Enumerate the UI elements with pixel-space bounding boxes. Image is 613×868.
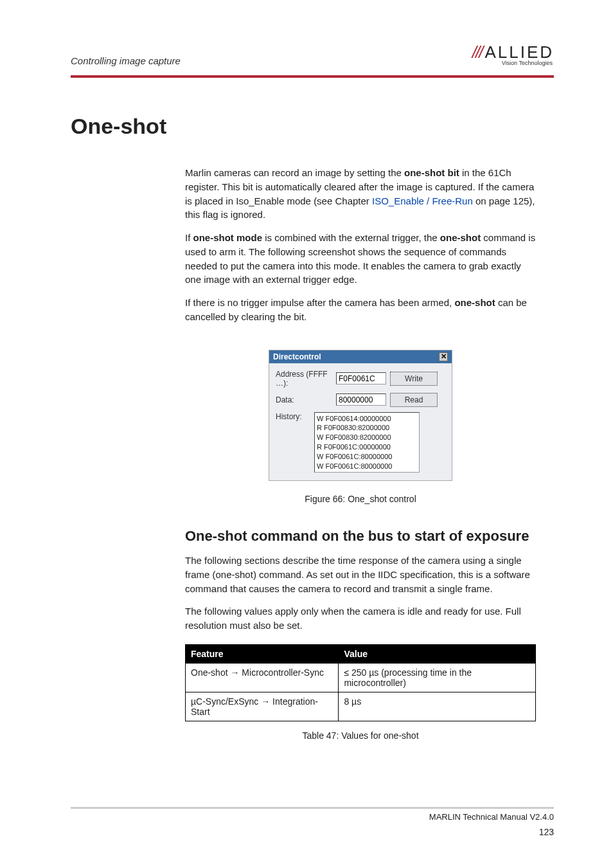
section-heading: One-shot command on the bus to start of … [185,527,536,545]
paragraph: The following sections describe the time… [185,554,536,595]
address-label: Address (FFFF …): [276,370,332,388]
address-input[interactable] [336,372,386,384]
footer-page-number: 123 [539,827,554,837]
paragraph: If there is no trigger impulse after the… [185,296,536,324]
data-input[interactable] [336,393,386,406]
history-label: History: [276,412,310,421]
table-row: µC-Sync/ExSync → Integration-Start 8 µs [186,692,536,721]
logo-text: ALLIED [484,42,554,62]
footer-divider [71,807,554,809]
window-title: Directcontrol [273,352,321,361]
table-row: One-shot → Microcontroller-Sync ≤ 250 µs… [186,663,536,692]
paragraph: Marlin cameras can record an image by se… [185,166,536,222]
read-button[interactable]: Read [390,393,438,407]
table-caption: Table 47: Values for one-shot [185,730,536,741]
logo-slashes-icon: /// [472,42,483,62]
table-cell: µC-Sync/ExSync → Integration-Start [186,692,339,721]
history-listbox[interactable]: W F0F00614:00000000 R F0F00830:82000000 … [314,412,420,473]
footer-doc-id: MARLIN Technical Manual V2.4.0 [429,812,554,822]
table-cell: ≤ 250 µs (processing time in the microco… [339,663,536,692]
header-divider [71,75,554,78]
paragraph: The following values apply only when the… [185,604,536,633]
logo: ///ALLIED Vision Technologies [472,42,554,66]
page-title: One-shot [71,114,554,139]
page-section-title: Controlling image capture [71,55,181,66]
values-table: Feature Value One-shot → Microcontroller… [185,644,536,721]
data-label: Data: [276,395,332,404]
table-header: Value [339,644,536,663]
table-header: Feature [186,644,339,663]
close-icon[interactable]: ✕ [439,352,448,361]
screenshot-figure: Directcontrol ✕ Address (FFFF …): Write … [269,350,452,481]
write-button[interactable]: Write [390,372,438,386]
figure-caption: Figure 66: One_shot control [185,494,536,504]
table-cell: 8 µs [339,692,536,721]
table-cell: One-shot → Microcontroller-Sync [186,663,339,692]
paragraph: If one-shot mode is combined with the ex… [185,231,536,287]
